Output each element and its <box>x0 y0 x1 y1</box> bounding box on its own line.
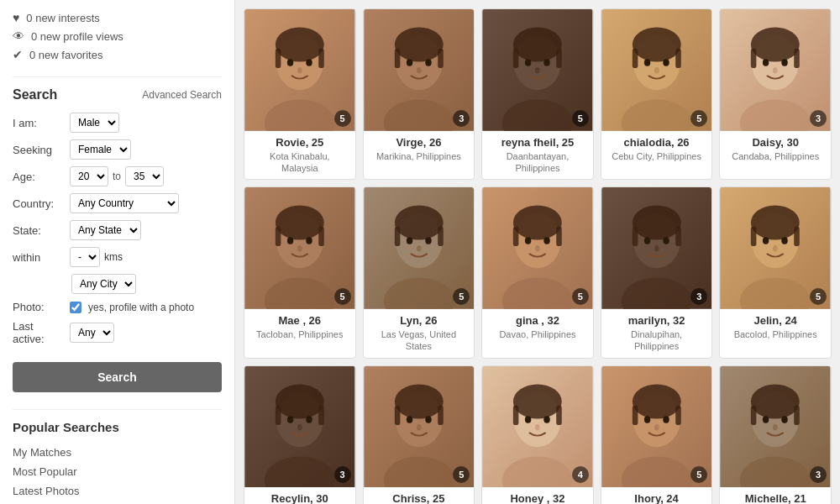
profile-card[interactable]: 5 reyna fheil, 25 Daanbantayan, Philippi… <box>481 8 594 180</box>
svg-point-75 <box>633 206 681 240</box>
svg-rect-131 <box>795 405 801 424</box>
search-header: Search Advanced Search <box>13 87 222 102</box>
svg-point-70 <box>543 238 549 244</box>
eye-icon: 👁 <box>13 29 24 43</box>
my-matches-link[interactable]: My Matches <box>13 443 222 462</box>
search-section: Search Advanced Search I am: Male Seekin… <box>13 76 222 392</box>
last-active-select[interactable]: Any <box>70 323 114 343</box>
last-active-label: Last active: <box>13 320 63 345</box>
profile-name: Michelle, 21 <box>727 492 824 504</box>
profile-info: Chriss, 25 Manila, Philippines <box>364 487 475 504</box>
profile-name: Ihory, 24 <box>608 492 706 504</box>
profile-image: 5 <box>482 187 593 309</box>
profile-card[interactable]: 5 Ihory, 24 Iloilo, Philippines <box>601 365 713 504</box>
age-to-select[interactable]: 35 <box>125 166 164 186</box>
svg-rect-59 <box>438 227 444 246</box>
profile-name: gina , 32 <box>489 314 586 327</box>
age-to-label: to <box>113 171 121 182</box>
profile-card[interactable]: 3 Michelle, 21 San Remigio, Philippines <box>719 365 832 504</box>
svg-point-105 <box>406 416 412 423</box>
svg-rect-122 <box>675 405 681 424</box>
svg-point-124 <box>663 416 669 423</box>
city-row: Any City <box>71 274 222 294</box>
search-title: Search <box>13 87 57 102</box>
profile-image: 5 <box>244 9 355 131</box>
app-layout: ♥ 0 new interests 👁 0 new profile views … <box>0 0 840 504</box>
profile-info: Jelin, 24 Bacolod, Philippines <box>720 309 831 345</box>
svg-rect-31 <box>633 49 638 68</box>
svg-point-34 <box>663 59 669 66</box>
profile-card[interactable]: 3 Virge, 26 Marikina, Philippines <box>363 8 475 180</box>
svg-rect-58 <box>394 227 400 246</box>
profile-card[interactable]: 5 Mae , 26 Tacloban, Philippines <box>244 186 356 358</box>
svg-point-33 <box>644 59 650 66</box>
seeking-select[interactable]: Female <box>70 139 131 160</box>
svg-point-62 <box>417 245 422 251</box>
within-label: within <box>13 251 63 264</box>
svg-point-66 <box>513 206 562 240</box>
i-am-label: I am: <box>13 117 63 129</box>
profile-image: 3 <box>720 366 831 488</box>
svg-point-60 <box>406 238 412 244</box>
photo-count: 5 <box>572 288 589 305</box>
country-row: Country: Any Country <box>13 193 222 213</box>
most-popular-link[interactable]: Most Popular <box>13 462 222 481</box>
svg-point-43 <box>782 59 788 66</box>
svg-rect-85 <box>751 227 757 246</box>
svg-point-114 <box>525 416 531 423</box>
svg-rect-4 <box>276 49 281 68</box>
svg-point-79 <box>663 238 669 244</box>
city-select[interactable]: Any City <box>71 274 136 294</box>
photo-count: 3 <box>334 466 351 483</box>
country-label: Country: <box>13 197 63 210</box>
svg-point-12 <box>394 27 443 61</box>
profile-card[interactable]: 3 Recylin, 30 Angeles, Philippines <box>244 365 356 504</box>
svg-point-35 <box>654 67 659 73</box>
profile-card[interactable]: 5 chialodia, 26 Cebu City, Philippines <box>601 8 713 180</box>
svg-point-24 <box>525 59 531 66</box>
advanced-search-link[interactable]: Advanced Search <box>142 89 222 101</box>
profile-name: Virge, 26 <box>370 136 468 149</box>
profile-card[interactable]: 5 gina , 32 Davao, Philippines <box>481 186 594 358</box>
profile-card[interactable]: 5 Chriss, 25 Manila, Philippines <box>363 365 475 504</box>
profile-card[interactable]: 3 marilyn, 32 Dinalupihan, Philippines <box>601 186 713 358</box>
profile-card[interactable]: 3 Daisy, 30 Candaba, Philippines <box>719 8 832 180</box>
profile-image: 5 <box>364 187 475 309</box>
svg-rect-67 <box>513 227 519 246</box>
age-controls: 20 to 35 <box>70 166 164 186</box>
seeking-row: Seeking Female <box>13 139 222 160</box>
svg-point-115 <box>543 416 549 423</box>
svg-rect-112 <box>513 405 519 424</box>
i-am-select[interactable]: Male <box>70 113 119 133</box>
profile-card[interactable]: 5 Rovie, 25 Kota Kinabalu, Malaysia <box>244 8 356 180</box>
profiles-grid: 5 Rovie, 25 Kota Kinabalu, Malaysia <box>244 8 832 504</box>
latest-photos-link[interactable]: Latest Photos <box>13 481 222 501</box>
svg-point-16 <box>425 59 431 66</box>
profile-card[interactable]: 5 Jelin, 24 Bacolod, Philippines <box>719 186 832 358</box>
svg-point-132 <box>763 416 769 423</box>
state-select[interactable]: Any State <box>70 220 141 240</box>
photo-count: 5 <box>810 288 827 305</box>
profile-image: 3 <box>364 9 475 131</box>
views-notification: 👁 0 new profile views <box>13 27 222 45</box>
country-select[interactable]: Any Country <box>70 193 179 213</box>
svg-point-69 <box>525 238 531 244</box>
profile-card[interactable]: 4 Honey , 32 Paranaque, Philippines <box>481 365 594 504</box>
photo-checkbox[interactable] <box>70 302 81 313</box>
profile-image: 5 <box>601 366 712 488</box>
age-from-select[interactable]: 20 <box>70 166 108 186</box>
svg-point-133 <box>782 416 788 423</box>
svg-rect-113 <box>556 405 562 424</box>
profile-card[interactable]: 5 Lyn, 26 Las Vegas, United States <box>363 186 475 358</box>
search-button[interactable]: Search <box>13 362 222 392</box>
svg-rect-22 <box>513 49 519 68</box>
within-select[interactable]: - <box>70 247 100 267</box>
seeking-label: Seeking <box>13 144 63 156</box>
svg-point-15 <box>406 59 412 66</box>
svg-point-48 <box>276 206 324 240</box>
profile-image: 5 <box>601 9 712 131</box>
heart-icon: ♥ <box>13 11 19 24</box>
notifications-section: ♥ 0 new interests 👁 0 new profile views … <box>13 8 222 64</box>
svg-point-107 <box>417 424 422 430</box>
svg-point-71 <box>535 245 540 251</box>
